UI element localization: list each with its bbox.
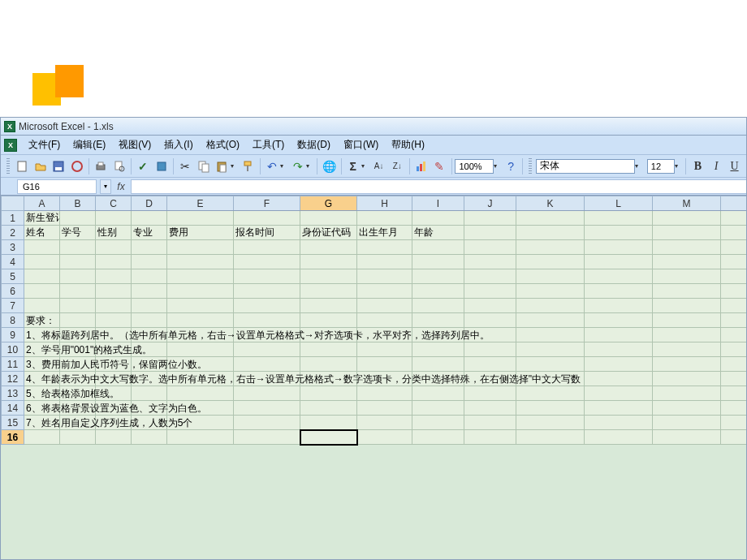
font-size-dropdown-icon[interactable]: ▾	[675, 162, 682, 170]
cell-F11[interactable]	[234, 357, 300, 372]
font-name-dropdown-icon[interactable]: ▾	[635, 162, 642, 170]
paste-dropdown-icon[interactable]: ▾	[231, 162, 238, 170]
col-header-F[interactable]: F	[234, 196, 300, 211]
cell-J7[interactable]	[464, 299, 516, 313]
col-header-K[interactable]: K	[516, 196, 585, 211]
cell-J3[interactable]	[464, 240, 516, 255]
cell-M12[interactable]	[653, 372, 721, 386]
cell-G7[interactable]	[300, 299, 357, 313]
cell-F7[interactable]	[234, 299, 300, 313]
cell-H14[interactable]	[357, 401, 412, 416]
cell-H16[interactable]	[357, 430, 412, 445]
row-header-8[interactable]: 8	[2, 313, 24, 328]
cell-N7[interactable]	[721, 299, 747, 313]
cell-A2[interactable]: 姓名	[24, 226, 60, 240]
cell-H10[interactable]	[357, 342, 412, 357]
row-header-5[interactable]: 5	[2, 269, 24, 284]
cell-C8[interactable]	[96, 313, 132, 328]
col-header-H[interactable]: H	[357, 196, 412, 211]
col-header-J[interactable]: J	[464, 196, 516, 211]
cell-A5[interactable]	[24, 269, 60, 284]
cell-H8[interactable]	[357, 313, 412, 328]
row-header-4[interactable]: 4	[2, 255, 24, 269]
drawing-icon[interactable]: ✎	[431, 157, 448, 175]
cell-G4[interactable]	[300, 255, 357, 269]
cell-B5[interactable]	[60, 269, 96, 284]
menu-window[interactable]: 窗口(W)	[337, 136, 385, 153]
cell-N11[interactable]	[721, 357, 747, 372]
cell-A4[interactable]	[24, 255, 60, 269]
cell-K11[interactable]	[516, 357, 585, 372]
new-icon[interactable]	[14, 157, 31, 175]
cell-H5[interactable]	[357, 269, 412, 284]
cell-J10[interactable]	[464, 342, 516, 357]
row-header-3[interactable]: 3	[2, 240, 24, 255]
name-box-dropdown-icon[interactable]: ▾	[100, 179, 111, 194]
cell-D5[interactable]	[132, 269, 167, 284]
cell-H6[interactable]	[357, 284, 412, 299]
cell-N3[interactable]	[721, 240, 747, 255]
paste-icon[interactable]	[214, 157, 231, 175]
select-all-corner[interactable]	[2, 196, 24, 211]
cell-H13[interactable]	[357, 386, 412, 401]
spellcheck-icon[interactable]: ✓	[135, 157, 152, 175]
zoom-combo[interactable]: 100%	[455, 159, 493, 174]
col-header-E[interactable]: E	[167, 196, 234, 211]
cell-A16[interactable]	[24, 430, 60, 445]
cell-K5[interactable]	[516, 269, 585, 284]
cell-J13[interactable]	[464, 386, 516, 401]
cell-C4[interactable]	[96, 255, 132, 269]
redo-dropdown-icon[interactable]: ▾	[306, 162, 313, 170]
row-header-1[interactable]: 1	[2, 211, 24, 226]
cell-J14[interactable]	[464, 401, 516, 416]
cell-D4[interactable]	[132, 255, 167, 269]
cell-L16[interactable]	[585, 430, 653, 445]
cell-E2[interactable]: 费用	[167, 226, 234, 240]
cell-H15[interactable]	[357, 416, 412, 430]
cell-E4[interactable]	[167, 255, 234, 269]
menu-view[interactable]: 视图(V)	[112, 136, 158, 153]
cell-E16[interactable]	[167, 430, 234, 445]
cell-D7[interactable]	[132, 299, 167, 313]
cell-A13[interactable]: 5、给表格添加框线。	[24, 386, 60, 401]
cell-I13[interactable]	[412, 386, 464, 401]
cell-I7[interactable]	[412, 299, 464, 313]
chart-wizard-icon[interactable]	[412, 157, 430, 175]
cell-M1[interactable]	[653, 211, 721, 226]
cell-K8[interactable]	[516, 313, 585, 328]
underline-button[interactable]: U	[726, 157, 743, 175]
cell-N13[interactable]	[721, 386, 747, 401]
col-header-I[interactable]: I	[412, 196, 464, 211]
cell-I6[interactable]	[412, 284, 464, 299]
cell-C16[interactable]	[96, 430, 132, 445]
zoom-dropdown-icon[interactable]: ▾	[494, 162, 501, 170]
cell-E3[interactable]	[167, 240, 234, 255]
row-header-12[interactable]: 12	[2, 372, 24, 386]
cell-F14[interactable]	[234, 401, 300, 416]
row-header-15[interactable]: 15	[2, 416, 24, 430]
cell-E10[interactable]	[167, 342, 234, 357]
cell-E6[interactable]	[167, 284, 234, 299]
research-icon[interactable]	[153, 157, 171, 175]
cell-L8[interactable]	[585, 313, 653, 328]
cell-L11[interactable]	[585, 357, 653, 372]
cell-K15[interactable]	[516, 416, 585, 430]
cell-A6[interactable]	[24, 284, 60, 299]
menu-help[interactable]: 帮助(H)	[385, 136, 431, 153]
name-box[interactable]: G16	[17, 179, 97, 194]
cell-I11[interactable]	[412, 357, 464, 372]
cell-F8[interactable]	[234, 313, 300, 328]
cell-E8[interactable]	[167, 313, 234, 328]
cell-D16[interactable]	[132, 430, 167, 445]
cell-H2[interactable]: 出生年月	[357, 226, 412, 240]
cell-J15[interactable]	[464, 416, 516, 430]
cell-G10[interactable]	[300, 342, 357, 357]
cell-L7[interactable]	[585, 299, 653, 313]
cell-C7[interactable]	[96, 299, 132, 313]
cell-D2[interactable]: 专业	[132, 226, 167, 240]
italic-button[interactable]: I	[708, 157, 725, 175]
cell-G15[interactable]	[300, 416, 357, 430]
cell-C1[interactable]	[96, 211, 132, 226]
cell-G11[interactable]	[300, 357, 357, 372]
cell-I16[interactable]	[412, 430, 464, 445]
